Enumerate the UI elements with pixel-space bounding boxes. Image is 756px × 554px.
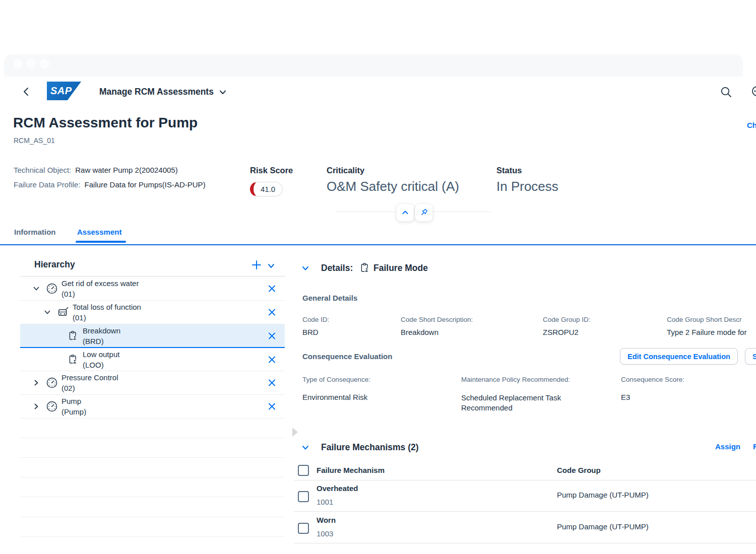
back-button[interactable]	[21, 86, 32, 97]
clipboard-person-icon	[68, 354, 79, 365]
node-code: (Pump)	[61, 406, 86, 417]
divider	[20, 276, 285, 276]
node-name: Total loss of function	[73, 302, 141, 312]
status-label: Status	[496, 166, 522, 175]
field-label: Consequence Score:	[621, 376, 684, 383]
mechanism-row-worn[interactable]: Worn 1003 Pump Damage (UT-PUMP)	[294, 512, 756, 543]
empty-row-divider	[20, 438, 285, 438]
chevron-right-icon[interactable]	[32, 402, 40, 410]
node-code: (02)	[61, 383, 118, 393]
mechanism-id: 1001	[317, 498, 333, 506]
node-name: Get rid of excess water	[61, 278, 139, 289]
remove-node-icon[interactable]	[268, 403, 276, 410]
node-code: (BRD)	[83, 336, 120, 347]
assign-link[interactable]: Assign	[715, 442, 740, 451]
mechanism-id: 1003	[317, 529, 333, 538]
sap-logo-text: SAP	[47, 85, 72, 97]
node-name: Pressure Control	[61, 372, 118, 383]
tree-row-get-rid-of-excess-water[interactable]: Get rid of excess water(01)	[20, 277, 285, 301]
window-bar	[4, 54, 743, 77]
tab-information[interactable]: Information	[14, 228, 56, 236]
edit-consequence-evaluation-button[interactable]: Edit Consequence Evaluation	[620, 348, 738, 365]
tree-row-breakdown-selected[interactable]: Breakdown(BRD)	[20, 324, 285, 348]
failure-mechanisms-heading: Failure Mechanisms (2)	[321, 442, 419, 453]
node-code: (01)	[61, 289, 139, 299]
tree-row-low-output[interactable]: Low output(LOO)	[20, 348, 285, 371]
gauge-icon	[46, 283, 57, 294]
status-value: In Process	[496, 179, 558, 194]
search-icon[interactable]	[720, 86, 733, 99]
row-checkbox[interactable]	[298, 523, 309, 534]
page-subtitle: RCM_AS_01	[14, 136, 55, 145]
field-label: Code ID:	[302, 316, 329, 323]
vehicle-malfunction-icon	[57, 307, 69, 318]
column-header: Code Group	[557, 466, 601, 474]
pin-header-button[interactable]	[415, 203, 433, 222]
pushpin-icon	[419, 207, 429, 218]
node-name: Pump	[61, 396, 86, 406]
gauge-icon	[46, 401, 57, 412]
empty-row-divider	[20, 536, 285, 537]
remove-node-icon[interactable]	[268, 379, 276, 387]
failure-data-profile-field: Failure Data Profile:Failure Data for Pu…	[14, 180, 206, 189]
hierarchy-menu-chevron-icon[interactable]	[266, 261, 276, 271]
field-value: Failure Data for Pumps(IS-AD-PUP)	[85, 180, 206, 189]
collapse-mechanisms-icon[interactable]	[301, 443, 310, 452]
status-block: Status In Process	[496, 166, 522, 175]
mechanisms-table-header: Failure Mechanism Code Group	[294, 461, 756, 480]
tabbar-line	[0, 244, 756, 245]
remove-node-icon[interactable]	[268, 332, 276, 339]
general-details-heading: General Details	[302, 294, 357, 302]
mechanism-code-group: Pump Damage (UT-PUMP)	[557, 491, 649, 499]
collapse-header-button[interactable]	[396, 203, 414, 222]
column-header: Failure Mechanism	[317, 466, 385, 474]
mechanism-name: Overheated	[317, 484, 358, 493]
tree-row-pressure-control[interactable]: Pressure Control(02)	[20, 371, 285, 395]
tree-row-total-loss-of-function[interactable]: Total loss of function(01)	[20, 301, 285, 324]
window-dot	[13, 59, 23, 68]
row-checkbox[interactable]	[298, 491, 309, 502]
empty-row-divider	[20, 477, 285, 477]
details-object-type: Failure Mode	[373, 263, 428, 273]
criticality-block: Criticality O&M Safety critical (A)	[327, 166, 364, 175]
field-value: BRD	[302, 328, 319, 336]
select-all-checkbox[interactable]	[298, 465, 309, 476]
app-title-label: Manage RCM Assessments	[99, 87, 214, 97]
field-value: Raw water Pump 2(20024005)	[75, 166, 177, 174]
empty-row-divider	[20, 517, 285, 517]
simulate-button-partial[interactable]: Si	[745, 348, 756, 365]
criticality-label: Criticality	[327, 166, 364, 175]
header-action-link[interactable]: Ch	[747, 121, 756, 129]
node-name: Breakdown	[83, 325, 120, 336]
chevron-down-icon[interactable]	[43, 308, 51, 316]
field-label: Code Short Description:	[401, 316, 473, 323]
panel-splitter-handle[interactable]	[292, 428, 298, 437]
field-value: ZSROPU2	[543, 328, 579, 336]
remove-node-icon[interactable]	[268, 309, 276, 316]
field-value: Scheduled Replacement Task Recommended	[461, 393, 577, 413]
sap-logo: SAP	[47, 82, 81, 100]
chevron-right-icon[interactable]	[32, 379, 40, 387]
active-tab-underline	[76, 241, 126, 243]
remove-link-partial[interactable]: R	[753, 442, 756, 451]
mechanism-row-overheated[interactable]: Overheated 1001 Pump Damage (UT-PUMP)	[294, 480, 756, 512]
chevron-down-icon	[219, 88, 227, 96]
node-code: (LOO)	[83, 360, 119, 370]
risk-score-block: Risk Score 41.0	[250, 166, 293, 175]
risk-score-label: Risk Score	[250, 166, 293, 175]
tab-assessment[interactable]: Assessment	[77, 228, 121, 236]
app-title-menu[interactable]: Manage RCM Assessments	[99, 87, 227, 97]
remove-node-icon[interactable]	[268, 356, 276, 363]
profile-icon[interactable]	[749, 85, 756, 99]
remove-node-icon[interactable]	[268, 285, 276, 293]
risk-score-badge: 41.0	[250, 182, 283, 196]
add-node-icon[interactable]	[250, 259, 263, 271]
field-label: Failure Data Profile:	[14, 180, 81, 189]
chevron-down-icon[interactable]	[32, 285, 40, 293]
field-label: Type of Consequence:	[302, 376, 370, 383]
node-code: (01)	[73, 312, 141, 323]
tree-row-pump[interactable]: Pump(Pump)	[20, 395, 285, 419]
node-name: Low output	[83, 349, 119, 360]
collapse-details-icon[interactable]	[301, 264, 310, 273]
window-dot	[26, 59, 36, 68]
